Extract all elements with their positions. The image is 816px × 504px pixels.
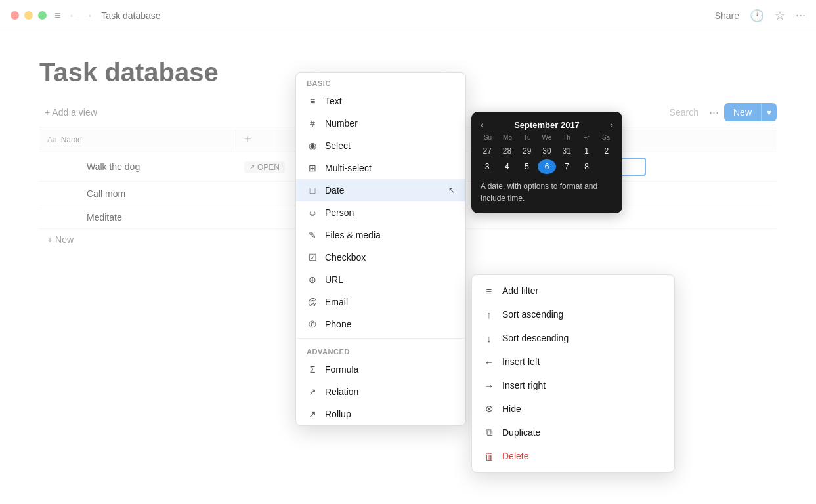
page-title: Task database [101,10,160,21]
context-item-label: Hide [502,404,521,414]
add-row-label: + New [47,234,74,245]
drag-handle-icon[interactable]: ⠿ [53,212,59,222]
traffic-lights [11,11,47,20]
select-type-icon: ◉ [307,140,318,152]
cal-day[interactable]: 2 [597,144,616,158]
cal-day[interactable]: 3 [478,159,496,174]
cal-day[interactable]: 7 [557,159,576,174]
add-row-icon[interactable]: + [45,212,50,222]
phone-type-icon: ✆ [307,318,318,330]
context-item-duplicate[interactable]: ⧉ Duplicate [472,421,674,444]
context-item-insert-left[interactable]: ← Insert left [472,350,674,373]
calendar-next-icon[interactable]: › [610,119,613,130]
dropdown-item-date[interactable]: □ Date ↖ [296,179,465,201]
context-item-label: Sort descending [502,333,569,343]
dropdown-item-label: Relation [325,387,358,397]
dropdown-item-text[interactable]: ≡ Text [296,90,465,112]
context-item-label: Delete [502,451,528,461]
drag-handle-icon[interactable]: ⠿ [53,161,59,172]
add-view-button[interactable]: + Add a view [39,104,102,120]
cal-day[interactable]: 29 [518,144,536,158]
status-badge[interactable]: ↗ OPEN [244,161,285,173]
context-item-insert-right[interactable]: → Insert right [472,373,674,397]
basic-section-label: BASIC [296,73,465,90]
star-icon[interactable]: ☆ [775,9,785,23]
checkbox-type-icon: ☑ [307,251,318,263]
insert-right-icon: → [483,379,496,392]
cal-day-selected[interactable]: 6 [538,159,556,174]
history-icon[interactable]: 🕐 [750,9,764,23]
cal-day[interactable]: 30 [538,144,556,158]
cal-day[interactable]: 28 [498,144,516,158]
dropdown-item-formula[interactable]: Σ Formula [296,358,465,381]
row-name: Meditate [87,212,122,222]
sort-desc-icon: ↓ [483,331,496,345]
context-item-label: Insert right [502,380,546,390]
close-button[interactable] [11,11,19,20]
titlebar: ≡ ← → Task database Share 🕐 ☆ ··· [0,0,816,32]
dropdown-item-label: Number [325,118,358,129]
forward-icon[interactable]: → [83,10,93,22]
context-item-label: Insert left [502,356,540,367]
dropdown-item-phone[interactable]: ✆ Phone [296,313,465,335]
back-icon[interactable]: ← [68,10,79,22]
delete-icon: 🗑 [483,450,496,463]
search-input[interactable]: Search [664,104,704,120]
row-name: Walk the dog [87,161,140,172]
hide-icon: ⊗ [483,402,496,415]
calendar-days-header: Su Mo Tu We Th Fr Sa [478,134,616,144]
add-row-icon[interactable]: + [45,161,50,172]
sidebar-toggle-icon[interactable]: ≡ [54,10,60,22]
new-button-chevron-icon[interactable]: ▾ [761,103,777,121]
cal-day[interactable]: 27 [478,144,496,158]
context-item-hide[interactable]: ⊗ Hide [472,397,674,421]
dropdown-item-rollup[interactable]: ↗ Rollup [296,403,465,425]
new-button[interactable]: New ▾ [724,103,777,121]
number-type-icon: # [307,117,318,129]
dropdown-item-number[interactable]: # Number [296,112,465,135]
context-item-delete[interactable]: 🗑 Delete [472,444,674,468]
new-button-label: New [724,103,761,121]
maximize-button[interactable] [38,11,47,20]
add-column-icon[interactable]: + [244,133,251,146]
dropdown-item-select[interactable]: ◉ Select [296,135,465,157]
dropdown-item-url[interactable]: ⊕ URL [296,268,465,291]
nav-arrows: ← → [68,10,93,22]
cal-day[interactable]: 5 [518,159,536,174]
cal-day[interactable]: 1 [577,144,595,158]
name-col-icon: Aa [47,135,57,144]
cal-day[interactable]: 31 [557,144,576,158]
toolbar-right: Search ··· New ▾ [664,103,777,121]
context-item-sort-asc[interactable]: ↑ Sort ascending [472,303,674,326]
dropdown-divider [296,338,465,339]
files-type-icon: ✎ [307,229,318,241]
add-row-icon[interactable]: + [45,188,50,199]
row-name: Call mom [87,188,125,199]
dropdown-item-multiselect[interactable]: ⊞ Multi-select [296,157,465,179]
context-item-sort-desc[interactable]: ↓ Sort descending [472,326,674,350]
context-item-add-filter[interactable]: ≡ Add filter [472,279,674,303]
drag-handle-icon[interactable]: ⠿ [53,188,59,199]
dropdown-item-relation[interactable]: ↗ Relation [296,381,465,403]
dropdown-item-person[interactable]: ☺ Person [296,201,465,224]
more-icon[interactable]: ··· [796,9,805,22]
duplicate-icon: ⧉ [483,426,496,439]
field-type-dropdown: BASIC ≡ Text # Number ◉ Select ⊞ Multi-s… [295,72,466,426]
rollup-type-icon: ↗ [307,408,318,420]
cal-day[interactable]: 4 [498,159,516,174]
status-label: OPEN [257,163,280,172]
minimize-button[interactable] [24,11,33,20]
dropdown-item-label: Date [325,185,345,196]
dropdown-item-checkbox[interactable]: ☑ Checkbox [296,246,465,268]
calendar-grid: Su Mo Tu We Th Fr Sa 27 28 29 30 31 1 2 … [471,134,622,174]
date-popup: ‹ September 2017 › Su Mo Tu We Th Fr Sa … [471,112,622,213]
dropdown-item-files[interactable]: ✎ Files & media [296,224,465,246]
dropdown-item-label: Files & media [325,230,381,240]
toolbar-more-icon[interactable]: ··· [709,106,719,119]
calendar-prev-icon[interactable]: ‹ [481,119,484,130]
dropdown-item-email[interactable]: @ Email [296,291,465,313]
cal-day[interactable]: 8 [577,159,595,174]
dropdown-item-label: Formula [325,364,358,375]
share-button[interactable]: Share [715,10,739,21]
dropdown-item-label: Select [325,140,351,151]
